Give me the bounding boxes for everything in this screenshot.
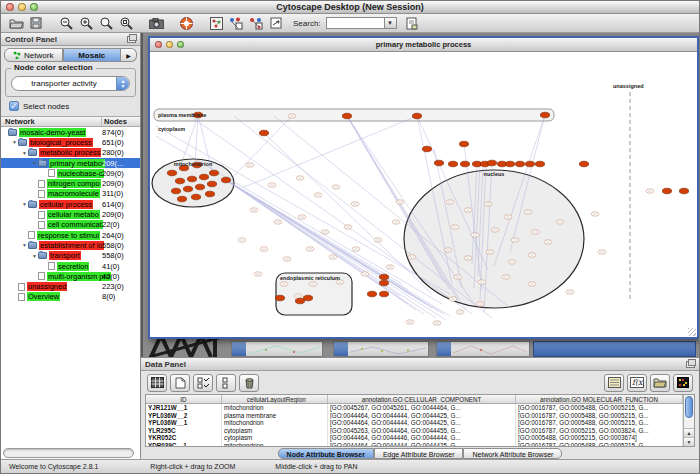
- network-node-selected-color[interactable]: [275, 295, 284, 301]
- network-node-selected-color[interactable]: [460, 161, 469, 167]
- tree-row[interactable]: cell communicat22(0): [1, 220, 140, 230]
- tree-row[interactable]: macromolecule311(0): [1, 189, 140, 199]
- tree-row[interactable]: response to stimul264(0): [1, 230, 140, 240]
- float-panel-icon[interactable]: [686, 361, 695, 368]
- column-header[interactable]: ID: [146, 395, 222, 403]
- tree-row[interactable]: ▼transport558(0): [1, 251, 140, 261]
- attribute-table-icon[interactable]: [147, 374, 167, 392]
- matrix-icon[interactable]: [673, 374, 693, 392]
- minimized-window[interactable]: [533, 341, 696, 357]
- tree-row[interactable]: ▼biological_process651(0): [1, 137, 140, 147]
- network-node-selected-color[interactable]: [487, 160, 496, 166]
- tree-row[interactable]: ▼metabolic process280(0): [1, 148, 140, 158]
- network-node-selected-color[interactable]: [259, 130, 268, 136]
- delete-attribute-icon[interactable]: [239, 374, 259, 392]
- network-node-selected-color[interactable]: [191, 194, 200, 200]
- close-view-button[interactable]: [155, 41, 162, 48]
- tree-row[interactable]: multi-organism pro42(0): [1, 271, 140, 281]
- network-node-selected-color[interactable]: [171, 188, 180, 194]
- tree-row[interactable]: unassigned223(0): [1, 281, 140, 291]
- tree-row[interactable]: nucleobase-c209(0): [1, 168, 140, 178]
- network-node-selected-color[interactable]: [379, 280, 388, 286]
- network-node-selected-color[interactable]: [459, 141, 468, 147]
- network-overview-icon[interactable]: [207, 15, 225, 31]
- close-button[interactable]: [6, 3, 14, 11]
- network-node-selected-color[interactable]: [515, 161, 524, 167]
- resize-grip[interactable]: [688, 328, 696, 336]
- network-node-selected-color[interactable]: [379, 274, 388, 280]
- zoom-window-button[interactable]: [30, 3, 38, 11]
- tab-node-attribute-browser[interactable]: Node Attribute Browser: [278, 448, 374, 459]
- column-header[interactable]: _cellularLayoutRegion: [222, 395, 328, 403]
- vizmapper-icon[interactable]: [227, 15, 245, 31]
- table-row[interactable]: YJR121W__1mitochondrion[GO:0045267, GO:0…: [146, 404, 683, 412]
- minimized-window[interactable]: [231, 341, 323, 357]
- annotation-icon[interactable]: [267, 15, 285, 31]
- network-node-selected-color[interactable]: [209, 170, 218, 176]
- node-color-dropdown[interactable]: transporter activity ▲▼: [11, 76, 130, 91]
- new-attribute-icon[interactable]: [170, 374, 190, 392]
- region-nucleus[interactable]: [404, 170, 584, 308]
- zoom-in-icon[interactable]: [77, 15, 95, 31]
- network-node-selected-color[interactable]: [422, 146, 431, 152]
- network-node-selected-color[interactable]: [367, 291, 376, 297]
- tab-overflow-button[interactable]: ▶: [121, 48, 137, 62]
- network-node-selected-color[interactable]: [175, 178, 184, 184]
- help-icon[interactable]: [177, 15, 195, 31]
- minimize-view-button[interactable]: [166, 41, 173, 48]
- table-row[interactable]: YKR052Ccytoplasm[GO:0044464, GO:0044446,…: [146, 434, 683, 442]
- network-node-selected-color[interactable]: [183, 186, 192, 192]
- tree-row[interactable]: ▼cellular process614(0): [1, 199, 140, 209]
- tab-edge-attribute-browser[interactable]: Edge Attribute Browser: [374, 448, 464, 459]
- network-node-selected-color[interactable]: [525, 161, 534, 167]
- tab-network[interactable]: Network: [4, 48, 63, 62]
- import-attributes-icon[interactable]: [650, 374, 670, 392]
- table-row[interactable]: YLR295Ccytoplasm[GO:0045263, GO:0044464,…: [146, 427, 683, 435]
- tab-network-attribute-browser[interactable]: Network Attribute Browser: [463, 448, 562, 459]
- search-input[interactable]: [326, 17, 384, 29]
- zoom-fit-icon[interactable]: [97, 15, 115, 31]
- table-row[interactable]: YPL036W__1mitochondrion[GO:0044464, GO:0…: [146, 419, 683, 427]
- minimized-window[interactable]: [333, 341, 429, 357]
- network-node-selected-color[interactable]: [205, 191, 214, 197]
- column-header[interactable]: annotation.GO MOLECULAR_FUNCTION: [516, 395, 683, 403]
- network-node-selected-color[interactable]: [535, 161, 544, 167]
- network-node-selected-color[interactable]: [177, 196, 186, 202]
- unselect-attributes-icon[interactable]: [216, 374, 236, 392]
- open-session-icon[interactable]: [7, 15, 25, 31]
- tab-mosaic[interactable]: Mosaic: [63, 48, 122, 62]
- network-node-selected-color[interactable]: [303, 295, 312, 301]
- network-node-selected-color[interactable]: [505, 161, 514, 167]
- tree-row[interactable]: ▼primary metabol209(...: [1, 158, 140, 168]
- tree-row[interactable]: Overview8(0): [1, 292, 140, 302]
- network-node-selected-color[interactable]: [295, 298, 304, 304]
- network-window-titlebar[interactable]: primary metabolic process: [150, 38, 697, 52]
- save-session-icon[interactable]: [27, 15, 45, 31]
- attribute-list-icon[interactable]: [604, 374, 624, 392]
- network-node-selected-color[interactable]: [662, 188, 671, 194]
- search-options-icon[interactable]: [403, 15, 421, 31]
- scrollbar-thumb[interactable]: [685, 396, 693, 418]
- tree-row[interactable]: cellular metabo209(0): [1, 209, 140, 219]
- disclosure-triangle-icon[interactable]: ▼: [21, 201, 28, 207]
- table-row[interactable]: YPL036W__2plasma membrane[GO:0044464, GO…: [146, 412, 683, 420]
- network-node-selected-color[interactable]: [187, 176, 196, 182]
- network-node-selected-color[interactable]: [412, 113, 421, 119]
- tree-row[interactable]: ▼establishment of lo558(0): [1, 240, 140, 250]
- network-node-selected-color[interactable]: [448, 161, 457, 167]
- select-nodes-checkbox[interactable]: ✓: [9, 101, 19, 111]
- network-canvas[interactable]: plasma membranecytoplasmmitochondrionnuc…: [150, 52, 697, 337]
- network-node-selected-color[interactable]: [221, 177, 230, 183]
- layout-icon[interactable]: [247, 15, 265, 31]
- disclosure-triangle-icon[interactable]: ▼: [21, 242, 28, 248]
- tree-row[interactable]: nitrogen compo209(0): [1, 178, 140, 188]
- zoom-out-icon[interactable]: [57, 15, 75, 31]
- select-attributes-icon[interactable]: [193, 374, 213, 392]
- network-node-selected-color[interactable]: [579, 161, 588, 167]
- minimized-window[interactable]: [436, 341, 530, 357]
- network-node-selected-color[interactable]: [199, 174, 208, 180]
- scroll-up-icon[interactable]: ▲: [684, 428, 694, 437]
- network-node-selected-color[interactable]: [434, 160, 443, 166]
- network-node-selected-color[interactable]: [679, 188, 688, 194]
- snapshot-icon[interactable]: [147, 15, 165, 31]
